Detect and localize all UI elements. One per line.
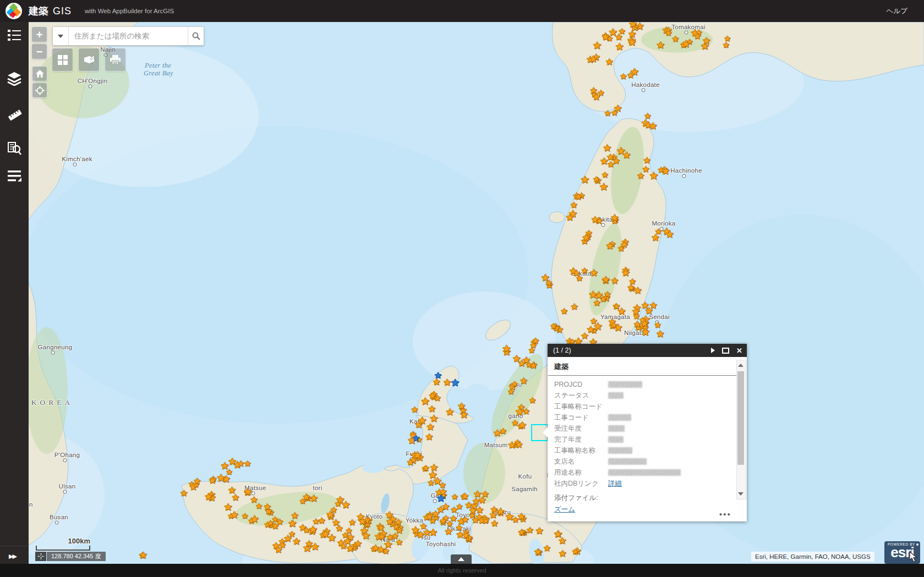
feature-star[interactable]: ★ xyxy=(507,388,515,395)
feature-star[interactable]: ★ xyxy=(221,461,229,471)
feature-star[interactable]: ★ xyxy=(604,290,611,299)
feature-star[interactable]: ★ xyxy=(529,397,536,405)
feature-star[interactable]: ★ xyxy=(407,459,414,468)
feature-star[interactable]: ★ xyxy=(451,493,458,501)
feature-star[interactable]: ★ xyxy=(517,513,526,522)
feature-star[interactable]: ★ xyxy=(611,109,618,117)
feature-star[interactable]: ★ xyxy=(620,240,628,249)
feature-star[interactable]: ★ xyxy=(672,35,680,43)
feature-star[interactable]: ★ xyxy=(419,523,427,531)
feature-star[interactable]: ★ xyxy=(232,493,240,502)
feature-star[interactable]: ★ xyxy=(264,502,272,511)
feature-star[interactable]: ★ xyxy=(693,32,701,41)
help-link[interactable]: ヘルプ xyxy=(887,7,907,16)
bookmark-button[interactable] xyxy=(78,48,100,72)
feature-star[interactable]: ★ xyxy=(605,57,614,66)
feature-star[interactable]: ★ xyxy=(545,278,553,286)
feature-star[interactable]: ★ xyxy=(305,539,313,548)
feature-star[interactable]: ★ xyxy=(645,306,654,316)
feature-star[interactable]: ★ xyxy=(615,43,624,53)
feature-star[interactable]: ★ xyxy=(335,500,342,508)
map-canvas[interactable]: NajinCH'OngjinKimch'aekGangneungP'Ohanga… xyxy=(0,0,924,577)
feature-star[interactable]: ★ xyxy=(358,516,367,526)
feature-star[interactable]: ★ xyxy=(511,380,518,388)
feature-star[interactable]: ★ xyxy=(589,268,598,278)
field-link[interactable]: 詳細 xyxy=(608,479,622,488)
feature-star[interactable]: ★ xyxy=(204,492,213,502)
feature-star[interactable]: ★ xyxy=(376,546,385,556)
feature-star[interactable]: ★ xyxy=(308,524,318,535)
feature-star[interactable]: ★ xyxy=(500,427,507,435)
feature-star[interactable]: ★ xyxy=(613,302,620,310)
feature-star[interactable]: ★ xyxy=(615,32,623,41)
feature-star[interactable]: ★ xyxy=(469,506,477,515)
feature-star[interactable]: ★ xyxy=(429,392,436,400)
feature-star[interactable]: ★ xyxy=(605,241,614,251)
feature-star[interactable]: ★ xyxy=(396,538,403,547)
feature-star[interactable]: ★ xyxy=(581,266,588,274)
scrollbar-thumb[interactable] xyxy=(737,371,744,465)
feature-star-blue[interactable]: ★ xyxy=(412,434,420,442)
feature-star[interactable]: ★ xyxy=(642,165,649,174)
feature-star[interactable]: ★ xyxy=(288,518,297,528)
sidebar-item-draw[interactable] xyxy=(7,169,21,184)
feature-star[interactable]: ★ xyxy=(462,531,470,541)
feature-star-blue[interactable]: ★ xyxy=(451,378,460,388)
feature-star[interactable]: ★ xyxy=(535,526,543,536)
feature-star[interactable]: ★ xyxy=(216,473,226,483)
feature-star[interactable]: ★ xyxy=(348,518,356,526)
sidebar-item-legend[interactable] xyxy=(7,29,21,43)
feature-star[interactable]: ★ xyxy=(627,71,635,80)
feature-star[interactable]: ★ xyxy=(244,460,251,468)
feature-star[interactable]: ★ xyxy=(507,441,516,451)
feature-star[interactable]: ★ xyxy=(559,549,567,559)
feature-star[interactable]: ★ xyxy=(702,37,710,46)
feature-star[interactable]: ★ xyxy=(580,175,589,185)
feature-star[interactable]: ★ xyxy=(566,213,574,223)
zoom-in-button[interactable]: + xyxy=(31,26,47,42)
print-button[interactable] xyxy=(105,48,126,72)
feature-star[interactable]: ★ xyxy=(292,537,300,547)
feature-star[interactable]: ★ xyxy=(629,277,636,285)
feature-star[interactable]: ★ xyxy=(411,406,419,414)
feature-star[interactable]: ★ xyxy=(654,321,661,329)
feature-star[interactable]: ★ xyxy=(345,526,352,535)
feature-star-blue[interactable]: ★ xyxy=(436,493,446,503)
feature-star[interactable]: ★ xyxy=(472,497,480,505)
feature-star[interactable]: ★ xyxy=(209,476,217,485)
feature-star[interactable]: ★ xyxy=(518,421,527,431)
feature-star[interactable]: ★ xyxy=(633,286,642,295)
feature-star[interactable]: ★ xyxy=(445,408,454,417)
feature-star[interactable]: ★ xyxy=(532,337,539,345)
feature-star[interactable]: ★ xyxy=(528,347,535,354)
feature-star[interactable]: ★ xyxy=(593,175,600,183)
feature-star[interactable]: ★ xyxy=(139,551,147,560)
locate-button[interactable] xyxy=(32,83,47,98)
feature-star[interactable]: ★ xyxy=(656,329,665,339)
scroll-down-arrow[interactable] xyxy=(737,489,745,499)
feature-star[interactable]: ★ xyxy=(422,464,429,472)
feature-star[interactable]: ★ xyxy=(445,527,453,536)
feature-star[interactable]: ★ xyxy=(644,112,651,120)
popup-next-feature-button[interactable] xyxy=(711,348,715,353)
feature-star[interactable]: ★ xyxy=(193,477,201,486)
feature-star[interactable]: ★ xyxy=(429,527,438,537)
feature-star[interactable]: ★ xyxy=(590,86,598,95)
feature-star[interactable]: ★ xyxy=(302,492,310,501)
feature-star[interactable]: ★ xyxy=(490,519,498,528)
sidebar-item-query[interactable] xyxy=(7,141,21,156)
feature-star[interactable]: ★ xyxy=(603,144,611,153)
feature-star[interactable]: ★ xyxy=(573,269,580,277)
feature-star[interactable]: ★ xyxy=(428,479,435,487)
feature-star[interactable]: ★ xyxy=(560,306,567,315)
feature-star[interactable]: ★ xyxy=(512,354,521,364)
feature-star[interactable]: ★ xyxy=(502,344,511,354)
popup-more-options-icon[interactable]: ●●● xyxy=(719,512,731,517)
feature-star[interactable]: ★ xyxy=(611,276,619,284)
feature-star[interactable]: ★ xyxy=(341,500,351,510)
feature-star[interactable]: ★ xyxy=(255,502,263,510)
feature-star[interactable]: ★ xyxy=(628,30,636,40)
feature-star[interactable]: ★ xyxy=(426,423,434,432)
feature-star[interactable]: ★ xyxy=(600,157,609,166)
feature-star[interactable]: ★ xyxy=(346,543,355,554)
